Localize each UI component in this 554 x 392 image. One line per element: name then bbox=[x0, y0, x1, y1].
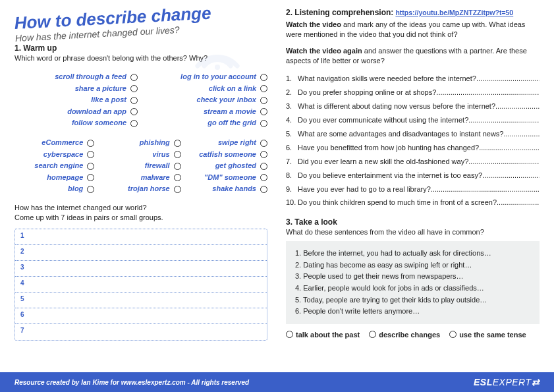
sentence-item: 6. People don't write letters anymore… bbox=[295, 306, 530, 318]
question-item: 1.What navigation skills were needed bef… bbox=[286, 72, 540, 86]
warmup-item[interactable]: stream a movie bbox=[144, 106, 267, 118]
idea-row[interactable]: 4 bbox=[15, 277, 267, 293]
question-item: 4.Do you ever communicate without using … bbox=[286, 113, 540, 127]
choice-same-tense[interactable]: use the same tense bbox=[449, 331, 526, 339]
warmup-item[interactable]: search engine bbox=[14, 160, 94, 172]
warmup-item[interactable]: follow someone bbox=[14, 117, 138, 129]
warmup-item[interactable]: firewall bbox=[101, 160, 180, 172]
circle-icon bbox=[369, 331, 376, 338]
warmup-item[interactable]: virus bbox=[101, 149, 180, 161]
warmup-item[interactable]: click on a link bbox=[144, 83, 267, 95]
sentence-item: 1. Before the internet, you had to actua… bbox=[295, 248, 530, 260]
question-item: 7.Did you ever learn a new skill the old… bbox=[286, 155, 540, 169]
question-item: 6.Have you benefitted from how job hunti… bbox=[286, 141, 540, 155]
warmup-item[interactable]: shake hands bbox=[188, 183, 267, 195]
warmup-item[interactable]: "DM" someone bbox=[188, 172, 267, 184]
warmup-item[interactable]: catfish someone bbox=[188, 149, 267, 161]
idea-row[interactable]: 5 bbox=[15, 293, 267, 308]
question-item: 10.Do you think children spend to much t… bbox=[286, 196, 540, 210]
warmup-item[interactable]: swipe right bbox=[188, 137, 267, 149]
warmup-item[interactable]: homepage bbox=[14, 172, 94, 184]
footer: Resource created by Ian Kime for www.esl… bbox=[0, 372, 554, 392]
warmup-item[interactable]: eCommerce bbox=[14, 137, 94, 149]
warmup-item[interactable]: go off the grid bbox=[144, 117, 267, 129]
warmup-item[interactable]: like a post bbox=[14, 94, 138, 106]
warmup-item[interactable]: download an app bbox=[14, 106, 138, 118]
video-link[interactable]: https://youtu.be/MpZNTZZitpw?t=50 bbox=[395, 9, 513, 16]
takealook-prompt: What do these sentences from the video a… bbox=[286, 228, 540, 236]
circle-icon bbox=[449, 331, 457, 338]
question-item: 2.Do you prefer shopping online or at sh… bbox=[286, 86, 540, 99]
idea-box: 1 2 3 4 5 6 7 bbox=[14, 229, 267, 341]
logo: ESLEXPERT⇄ bbox=[474, 377, 540, 387]
sentences-box: 1. Before the internet, you had to actua… bbox=[286, 241, 540, 324]
warmup-item[interactable]: blog bbox=[14, 183, 94, 195]
sentence-item: 2. Dating has become as easy as swiping … bbox=[295, 260, 530, 271]
wifi-icon bbox=[184, 26, 244, 79]
warmup-item[interactable]: trojan horse bbox=[101, 183, 180, 195]
idea-row[interactable]: 6 bbox=[15, 308, 267, 324]
question-item: 8.Do you believe entertainment via the i… bbox=[286, 169, 540, 182]
question-item: 9.Have you ever had to go to a real libr… bbox=[286, 182, 540, 196]
idea-row[interactable]: 7 bbox=[15, 324, 267, 340]
choice-describe-changes[interactable]: describe changes bbox=[369, 331, 440, 339]
watch2-bold: Watch the video again bbox=[286, 47, 362, 55]
circle-icon bbox=[286, 331, 293, 338]
takealook-heading: 3. Take a look bbox=[286, 217, 540, 227]
pair-prompt-line2: Come up with 7 ideas in pairs or small g… bbox=[14, 213, 163, 221]
question-item: 3.What is different about dating now ver… bbox=[286, 99, 540, 113]
sentence-item: 5. Today, people are trying to get their… bbox=[295, 294, 530, 306]
warmup-item[interactable]: phishing bbox=[101, 137, 180, 149]
warmup-item[interactable]: check your inbox bbox=[144, 94, 267, 106]
idea-row[interactable]: 1 bbox=[15, 229, 267, 245]
warmup-item[interactable]: cyberspace bbox=[14, 149, 94, 161]
logo-arrow-icon: ⇄ bbox=[532, 377, 540, 387]
warmup-item[interactable]: get ghosted bbox=[188, 160, 267, 172]
idea-row[interactable]: 2 bbox=[15, 245, 267, 261]
warmup-item[interactable]: malware bbox=[101, 172, 180, 184]
choice-talk-past[interactable]: talk about the past bbox=[286, 331, 360, 339]
footer-text: Resource created by Ian Kime for www.esl… bbox=[14, 379, 249, 386]
warmup-item[interactable]: scroll through a feed bbox=[14, 71, 138, 83]
sentence-item: 4. Earlier, people would look for jobs i… bbox=[295, 283, 530, 294]
listening-heading: 2. Listening comprehension: bbox=[286, 8, 393, 17]
warmup-item[interactable]: share a picture bbox=[14, 83, 138, 95]
watch1-bold: Watch the video bbox=[286, 20, 341, 28]
question-item: 5.What are some advantages and disadvant… bbox=[286, 127, 540, 141]
idea-row[interactable]: 3 bbox=[15, 261, 267, 277]
svg-point-0 bbox=[215, 65, 220, 70]
pair-prompt-line1: How has the internet changed our world? bbox=[14, 204, 147, 211]
sentence-item: 3. People used to get their news from ne… bbox=[295, 271, 530, 283]
